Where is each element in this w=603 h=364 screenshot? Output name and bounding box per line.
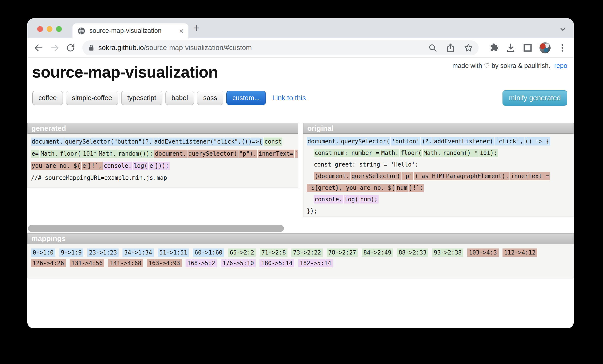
mapped-code-segment[interactable]: floor( — [400, 149, 422, 157]
mapping-chip[interactable]: 126->4:26 — [31, 259, 66, 267]
mapped-code-segment[interactable]: Math. — [40, 150, 59, 158]
tab-close-icon[interactable]: × — [179, 27, 184, 35]
original-code[interactable]: document.querySelector('button')?.addEve… — [303, 134, 574, 217]
mapping-chip[interactable]: 182->5:14 — [298, 259, 333, 267]
horizontal-scrollbar-thumb[interactable] — [28, 225, 284, 232]
mapped-code-segment[interactable]: "p"). — [238, 150, 257, 158]
mapping-chip[interactable]: 93->2:38 — [432, 248, 463, 257]
mapped-code-segment[interactable]: `He — [295, 150, 298, 158]
mapped-code-segment[interactable]: }!`, — [87, 162, 103, 170]
mapping-chip[interactable]: 65->2:2 — [228, 248, 256, 257]
repo-link[interactable]: repo — [554, 62, 567, 69]
example-button-custom[interactable]: custom... — [226, 91, 266, 105]
mapping-chip[interactable]: 180->5:14 — [259, 259, 294, 267]
mapped-code-segment[interactable]: e — [82, 162, 86, 170]
mapping-chip[interactable]: 103->4:3 — [467, 248, 499, 257]
mapped-code-segment[interactable]: Math. — [381, 149, 399, 157]
mapped-code-segment[interactable]: log( — [344, 195, 359, 203]
mapped-code-segment[interactable]: ) as HTMLParagraphElement). — [414, 172, 510, 180]
mapping-chip[interactable]: 23->1:23 — [87, 248, 119, 257]
mapped-code-segment[interactable]: 101); — [479, 149, 498, 157]
example-button-coffee[interactable]: coffee — [32, 91, 63, 105]
mapping-chip[interactable]: 112->4:12 — [502, 248, 537, 257]
mapping-chip[interactable]: 51->1:51 — [158, 248, 189, 257]
mapping-chip[interactable]: 163->4:93 — [147, 259, 182, 267]
example-button-simple-coffee[interactable]: simple-coffee — [66, 91, 118, 105]
address-bar[interactable]: sokra.github.io/source-map-visualization… — [82, 40, 479, 55]
reload-icon[interactable] — [66, 43, 76, 53]
extensions-puzzle-icon[interactable] — [489, 43, 499, 53]
mapped-code-segment[interactable]: document. — [31, 138, 64, 146]
menu-kebab-icon[interactable] — [557, 43, 568, 53]
mapped-code-segment[interactable]: console. — [103, 162, 133, 170]
back-icon[interactable] — [34, 43, 44, 53]
link-to-this[interactable]: Link to this — [272, 94, 306, 102]
bookmark-star-icon[interactable] — [464, 43, 473, 53]
mapped-code-segment[interactable]: querySelector( — [350, 172, 401, 180]
mapped-code-segment[interactable]: querySelector( — [187, 150, 238, 158]
mapped-code-segment[interactable]: const — [314, 149, 333, 157]
mapped-code-segment[interactable]: innerText= — [258, 150, 294, 158]
mapped-code-segment[interactable]: 101* — [82, 150, 98, 158]
example-button-babel[interactable]: babel — [165, 91, 194, 105]
mapping-chip[interactable]: 9->1:9 — [59, 248, 84, 257]
mapping-chip[interactable]: 34->1:34 — [122, 248, 154, 257]
mapped-code-segment[interactable]: random() * — [442, 149, 479, 157]
mapped-code-segment[interactable]: console. — [314, 195, 343, 203]
window-minimize-button[interactable] — [47, 26, 52, 32]
mapping-chip[interactable]: 84->2:49 — [362, 248, 393, 257]
mapped-code-segment[interactable]: }!`; — [408, 184, 424, 192]
mapped-code-segment[interactable]: querySelector("button")?. — [64, 138, 153, 146]
browser-tab[interactable]: source-map-visualization × — [72, 23, 188, 38]
mapped-code-segment[interactable]: Math. — [423, 149, 442, 157]
mapping-chip[interactable]: 176->5:10 — [221, 259, 255, 267]
mapped-code-segment[interactable]: random()); — [117, 150, 154, 158]
profile-avatar[interactable] — [539, 42, 551, 53]
mapping-chip[interactable]: 88->2:33 — [397, 248, 428, 257]
side-panel-icon[interactable] — [522, 43, 533, 53]
tab-strip-chevron-icon[interactable] — [558, 25, 568, 34]
forward-icon[interactable] — [49, 43, 60, 53]
mapped-code-segment[interactable]: () => { — [524, 137, 550, 145]
download-icon[interactable] — [506, 43, 516, 53]
mapping-chip[interactable]: 60->1:60 — [193, 248, 224, 257]
mapped-code-segment[interactable]: addEventListener( — [433, 137, 494, 145]
mapped-code-segment[interactable]: you are no. ${ — [31, 162, 81, 170]
lock-icon[interactable] — [88, 44, 95, 51]
mapped-code-segment[interactable]: num: number = — [333, 149, 380, 157]
mapped-code-segment[interactable]: 'button' — [391, 137, 420, 145]
mapped-code-segment[interactable]: num); — [359, 195, 378, 203]
mapped-code-segment[interactable]: )?. — [421, 137, 433, 145]
mapped-code-segment[interactable]: Math. — [98, 150, 117, 158]
generated-code[interactable]: document.querySelector("button")?.addEve… — [27, 134, 298, 188]
mapped-code-segment[interactable]: document. — [307, 137, 340, 145]
mapped-code-segment[interactable]: log( — [133, 162, 148, 170]
mapped-code-segment[interactable]: addEventListener("click",(()=>{ — [153, 138, 263, 146]
mapped-code-segment[interactable]: document. — [154, 150, 187, 158]
window-zoom-button[interactable] — [56, 26, 62, 32]
mapping-chip[interactable]: 141->4:68 — [108, 259, 143, 267]
mapping-chip[interactable]: 78->2:27 — [327, 248, 358, 257]
mapped-code-segment[interactable]: innerText = — [510, 172, 550, 180]
mapping-chip[interactable]: 168->5:2 — [186, 259, 217, 267]
mapped-code-segment[interactable]: floor( — [59, 150, 82, 158]
mapped-code-segment[interactable]: `${greet}, you are no. ${ — [307, 184, 395, 192]
mapping-chip[interactable]: 71->2:8 — [260, 248, 288, 257]
mapped-code-segment[interactable]: e — [149, 162, 154, 170]
window-close-button[interactable] — [37, 26, 43, 32]
mapped-code-segment[interactable]: })); — [154, 162, 170, 170]
mapped-code-segment[interactable]: querySelector( — [340, 137, 390, 145]
minify-generated-button[interactable]: minify generated — [502, 90, 567, 106]
example-button-sass[interactable]: sass — [197, 91, 223, 105]
mapped-code-segment[interactable]: const — [264, 138, 282, 146]
mapped-code-segment[interactable]: num — [396, 184, 408, 192]
mapping-chip[interactable]: 0->1:0 — [31, 248, 55, 257]
mapping-chip[interactable]: 73->2:22 — [291, 248, 323, 257]
example-button-typescript[interactable]: typescript — [121, 91, 162, 105]
mapped-code-segment[interactable]: (document. — [314, 172, 350, 180]
search-icon[interactable] — [428, 43, 438, 53]
mapped-code-segment[interactable]: 'p' — [402, 172, 413, 180]
new-tab-button[interactable]: + — [193, 21, 199, 34]
mapped-code-segment[interactable]: 'click', — [495, 137, 524, 145]
mapping-chip[interactable]: 131->4:56 — [70, 259, 104, 267]
